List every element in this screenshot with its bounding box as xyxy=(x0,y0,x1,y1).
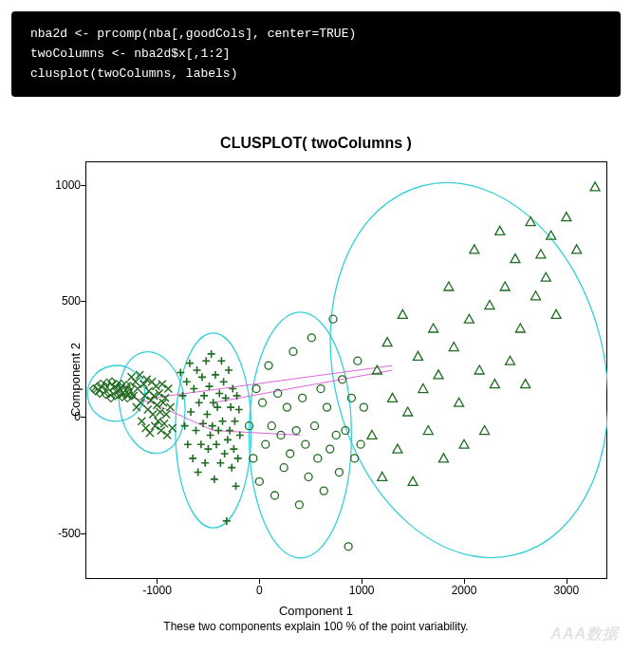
data-point xyxy=(146,429,154,437)
data-point xyxy=(474,365,484,374)
data-point xyxy=(151,422,158,430)
data-point xyxy=(299,395,307,402)
data-point xyxy=(280,464,288,472)
data-point xyxy=(205,383,213,391)
data-point xyxy=(224,437,232,444)
data-point xyxy=(220,379,228,386)
data-point xyxy=(187,408,195,416)
data-point xyxy=(429,324,438,332)
data-point xyxy=(360,404,367,412)
data-point xyxy=(208,350,215,358)
data-point xyxy=(378,473,387,481)
data-point xyxy=(268,422,275,430)
data-point xyxy=(214,404,221,412)
data-point xyxy=(495,227,505,235)
data-point xyxy=(195,469,202,476)
code-line-2: twoColumns <- nba2d$x[,1:2] xyxy=(30,47,231,61)
data-point xyxy=(283,404,290,412)
data-point xyxy=(183,379,191,386)
data-point xyxy=(590,182,600,191)
data-point xyxy=(149,411,157,419)
code-line-3: clusplot(twoColumns, labels) xyxy=(30,66,237,81)
data-point xyxy=(480,426,490,435)
data-point xyxy=(490,380,499,388)
data-point xyxy=(562,213,571,221)
data-point xyxy=(157,408,164,416)
data-point xyxy=(195,400,203,407)
data-point xyxy=(418,384,428,393)
data-point xyxy=(200,392,208,400)
data-point xyxy=(423,426,433,435)
data-point xyxy=(234,455,242,462)
data-point xyxy=(335,469,343,476)
data-point xyxy=(215,390,223,398)
data-point xyxy=(382,338,392,346)
data-point xyxy=(221,450,229,457)
data-point xyxy=(164,385,172,393)
data-point xyxy=(354,358,362,365)
data-point xyxy=(207,432,214,439)
data-point xyxy=(320,488,327,495)
data-point xyxy=(292,427,300,435)
watermark: AAA数据 xyxy=(550,625,619,644)
data-point xyxy=(197,441,205,449)
plot-area: Component 2 -50005001000-100001000200030… xyxy=(85,161,607,598)
data-point xyxy=(511,254,520,263)
data-point xyxy=(265,363,272,370)
code-line-1: nba2d <- prcomp(nba[,goodCols], center=T… xyxy=(30,27,356,41)
chart-container: CLUSPLOT( twoColumns ) Component 2 -5000… xyxy=(0,108,632,652)
data-point xyxy=(449,343,458,351)
data-point xyxy=(147,397,155,404)
data-point xyxy=(531,291,541,300)
x-tick-label: 1000 xyxy=(349,584,375,597)
y-tick-label: 0 xyxy=(74,410,81,423)
data-point xyxy=(302,441,309,449)
data-point xyxy=(184,441,192,449)
data-point xyxy=(259,400,267,407)
data-point xyxy=(324,404,331,412)
data-point xyxy=(317,385,325,393)
data-point xyxy=(459,440,469,449)
data-point xyxy=(438,454,448,462)
data-point xyxy=(311,422,319,430)
data-point xyxy=(393,445,402,454)
chart-title: CLUSPLOT( twoColumns ) xyxy=(19,135,613,152)
data-point xyxy=(225,366,232,374)
data-point xyxy=(227,404,234,412)
data-point xyxy=(192,427,199,435)
chart-subtitle: These two components explain 100 % of th… xyxy=(19,620,613,633)
data-point xyxy=(326,446,334,454)
data-point xyxy=(212,371,219,379)
data-point xyxy=(158,381,166,388)
data-point xyxy=(213,441,220,449)
data-point xyxy=(235,406,243,414)
data-point xyxy=(314,455,322,462)
data-point xyxy=(464,315,474,324)
data-point xyxy=(163,432,171,439)
data-point xyxy=(232,483,240,491)
data-point xyxy=(277,432,285,439)
data-point xyxy=(255,478,263,486)
data-point xyxy=(158,427,165,435)
data-point xyxy=(199,420,207,428)
data-point xyxy=(189,455,196,462)
data-point xyxy=(485,301,494,309)
data-point xyxy=(229,385,236,393)
data-point xyxy=(388,394,398,402)
data-point xyxy=(214,427,222,435)
data-point xyxy=(295,501,303,509)
data-point xyxy=(307,334,315,342)
data-point xyxy=(198,374,206,382)
data-point xyxy=(455,399,464,407)
data-point xyxy=(219,418,227,425)
data-point xyxy=(344,543,352,551)
x-axis-label: Component 1 xyxy=(19,604,613,618)
y-tick-label: 500 xyxy=(62,294,81,308)
x-tick-label: -1000 xyxy=(142,584,172,597)
data-point xyxy=(541,273,550,282)
x-tick-label: 0 xyxy=(256,584,263,597)
y-tick-label: 1000 xyxy=(55,178,81,192)
data-point xyxy=(515,324,525,332)
data-point xyxy=(357,441,364,449)
data-point xyxy=(226,427,233,435)
